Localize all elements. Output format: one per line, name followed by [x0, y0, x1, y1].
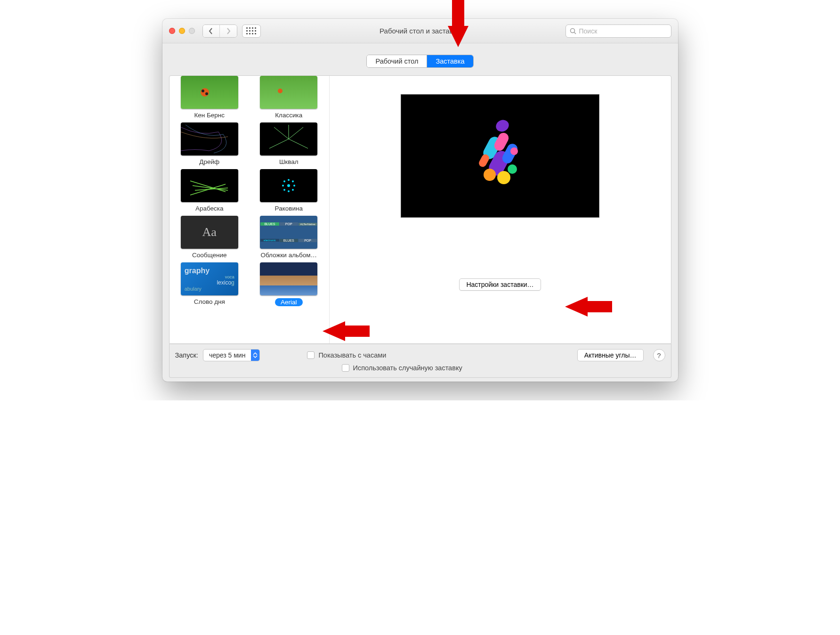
- segmented-control: Рабочий стол Заставка: [366, 55, 473, 68]
- list-item[interactable]: BLUES POP ALTerNative electronic BLUES P…: [252, 216, 325, 259]
- svg-point-22: [292, 180, 294, 182]
- thumb-shell: [260, 169, 317, 202]
- chevron-updown-icon: [251, 350, 259, 361]
- tab-desktop[interactable]: Рабочий стол: [367, 55, 427, 67]
- list-item[interactable]: Кен Бернс: [173, 76, 246, 119]
- thumb-flurry: [260, 122, 317, 155]
- svg-point-33: [510, 147, 518, 155]
- back-button[interactable]: [203, 25, 220, 37]
- list-item[interactable]: Арабеска: [173, 169, 246, 212]
- list-item[interactable]: Раковина: [252, 169, 325, 212]
- start-after-label: Запуск:: [175, 351, 198, 359]
- thumb-word: graphy voca lexicog abulary: [181, 262, 238, 295]
- svg-line-7: [289, 127, 303, 139]
- screensaver-options-button[interactable]: Настройки заставки…: [459, 278, 541, 291]
- search-input[interactable]: Поиск: [565, 24, 671, 38]
- preview-pane: Настройки заставки…: [330, 76, 671, 343]
- checkbox-icon: [342, 364, 349, 372]
- close-icon[interactable]: [169, 28, 175, 34]
- svg-point-4: [205, 92, 208, 95]
- svg-line-1: [574, 32, 576, 34]
- svg-line-6: [274, 127, 289, 139]
- svg-point-18: [288, 190, 290, 192]
- thumb-message: Aa: [181, 216, 238, 249]
- main-panel: Кен Бернс Классика Дрейф: [169, 75, 671, 344]
- svg-point-19: [288, 179, 290, 181]
- show-all-button[interactable]: [242, 24, 261, 38]
- thumb-aerial: [260, 262, 317, 295]
- svg-point-16: [293, 185, 295, 187]
- thumb-albums: BLUES POP ALTerNative electronic BLUES P…: [260, 216, 317, 249]
- zoom-icon-disabled: [189, 28, 195, 34]
- hot-corners-button[interactable]: Активные углы…: [577, 349, 644, 361]
- checkbox-icon: [307, 351, 315, 359]
- svg-point-24: [494, 118, 511, 134]
- svg-point-21: [283, 189, 285, 191]
- screensaver-list[interactable]: Кен Бернс Классика Дрейф: [170, 76, 330, 343]
- start-after-popup[interactable]: через 5 мин: [203, 349, 260, 361]
- apple-logo-art: [467, 117, 533, 195]
- titlebar: Рабочий стол и заставка Поиск: [162, 19, 678, 43]
- svg-point-3: [202, 90, 204, 92]
- traffic-lights: [169, 28, 195, 34]
- thumb-kenburns: [181, 76, 238, 109]
- svg-point-2: [201, 88, 209, 97]
- list-item[interactable]: Классика: [252, 76, 325, 119]
- svg-line-8: [269, 139, 289, 148]
- thumb-arabesque: [181, 169, 238, 202]
- tab-screensaver[interactable]: Заставка: [427, 55, 473, 67]
- nav-back-forward: [202, 24, 237, 38]
- list-item[interactable]: Aerial: [252, 262, 325, 308]
- svg-point-31: [508, 164, 517, 174]
- footer: Запуск: через 5 мин Показывать с часами …: [169, 344, 671, 378]
- preferences-window: Рабочий стол и заставка Поиск Рабочий ст…: [162, 19, 678, 382]
- list-item[interactable]: Aa Сообщение: [173, 216, 246, 259]
- list-item[interactable]: Шквал: [252, 122, 325, 165]
- svg-line-9: [289, 139, 308, 148]
- tab-bar: Рабочий стол Заставка: [162, 43, 678, 68]
- forward-button[interactable]: [220, 25, 237, 37]
- svg-line-12: [193, 186, 228, 190]
- thumb-drift: [181, 122, 238, 155]
- svg-point-23: [283, 180, 285, 182]
- svg-point-5: [278, 89, 283, 93]
- grid-icon: [246, 27, 256, 34]
- svg-point-0: [570, 28, 574, 33]
- help-button[interactable]: ?: [653, 349, 665, 361]
- random-screensaver-checkbox[interactable]: Использовать случайную заставку: [342, 364, 665, 372]
- svg-point-30: [497, 171, 510, 184]
- svg-point-29: [484, 169, 496, 181]
- search-icon: [570, 28, 576, 34]
- thumb-classic: [260, 76, 317, 109]
- show-clock-checkbox[interactable]: Показывать с часами: [307, 351, 386, 359]
- svg-point-20: [292, 189, 294, 191]
- list-item[interactable]: Дрейф: [173, 122, 246, 165]
- minimize-icon[interactable]: [179, 28, 185, 34]
- screensaver-preview: [401, 95, 599, 217]
- list-item[interactable]: graphy voca lexicog abulary Слово дня: [173, 262, 246, 308]
- search-placeholder: Поиск: [579, 27, 598, 35]
- svg-point-15: [287, 184, 290, 187]
- svg-point-17: [282, 185, 284, 187]
